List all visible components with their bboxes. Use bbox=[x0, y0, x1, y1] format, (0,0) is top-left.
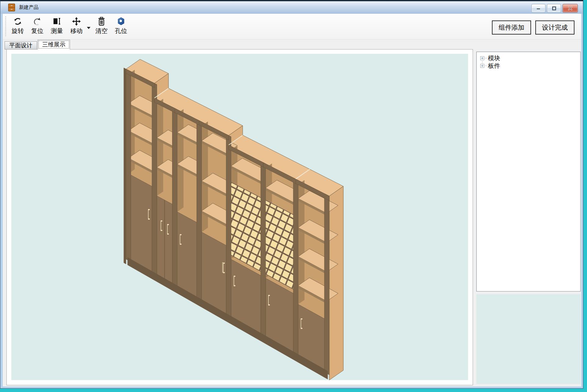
toolbar: 旋转 复位 测量 bbox=[3, 14, 581, 39]
window-content: 旋转 复位 测量 bbox=[3, 14, 581, 387]
move-icon bbox=[68, 16, 85, 27]
hole-nut-icon bbox=[112, 16, 130, 27]
maximize-button[interactable] bbox=[547, 4, 561, 13]
minimize-icon bbox=[536, 7, 541, 10]
rotate-icon bbox=[9, 16, 27, 27]
tab-plane-design[interactable]: 平面设计 bbox=[5, 41, 37, 49]
structure-tree-panel: 模块 板件 bbox=[476, 52, 581, 291]
maximize-icon bbox=[552, 6, 556, 10]
window-title: 新建产品 bbox=[19, 4, 39, 11]
toolbar-gripper[interactable] bbox=[5, 16, 6, 37]
tree-connector bbox=[485, 66, 487, 66]
move-dropdown-caret[interactable] bbox=[87, 27, 90, 29]
tree-vertical-connector bbox=[482, 61, 482, 65]
close-icon bbox=[568, 6, 573, 10]
expand-plus-icon[interactable] bbox=[480, 56, 484, 60]
cabinet-3d-render bbox=[11, 54, 468, 380]
clear-button[interactable]: 清空 bbox=[93, 16, 110, 35]
reset-icon bbox=[28, 16, 46, 27]
tree-item-module[interactable]: 模块 bbox=[480, 54, 580, 62]
trash-icon bbox=[93, 16, 110, 27]
right-lower-panel bbox=[476, 294, 581, 384]
tab-page-3d bbox=[6, 49, 473, 385]
reset-button[interactable]: 复位 bbox=[28, 16, 46, 35]
measure-icon bbox=[48, 16, 66, 27]
minimize-button[interactable] bbox=[531, 4, 545, 13]
rotate-button[interactable]: 旋转 bbox=[9, 16, 27, 35]
move-button[interactable]: 移动 bbox=[68, 16, 85, 35]
hole-button[interactable]: 孔位 bbox=[112, 16, 130, 35]
app-cabinet-icon bbox=[8, 3, 15, 12]
tab-3d-display[interactable]: 三维展示 bbox=[38, 40, 70, 49]
tree-connector bbox=[485, 58, 487, 58]
design-complete-button[interactable]: 设计完成 bbox=[535, 20, 574, 35]
tabstrip: 平面设计 三维展示 bbox=[5, 39, 70, 49]
add-component-button[interactable]: 组件添加 bbox=[492, 20, 531, 35]
titlebar[interactable]: 新建产品 bbox=[1, 1, 583, 14]
tree-item-panel[interactable]: 板件 bbox=[480, 62, 580, 70]
viewport-3d[interactable] bbox=[11, 54, 468, 380]
measure-button[interactable]: 测量 bbox=[48, 16, 66, 35]
app-window: 新建产品 bbox=[0, 0, 583, 389]
close-button[interactable] bbox=[563, 4, 578, 13]
